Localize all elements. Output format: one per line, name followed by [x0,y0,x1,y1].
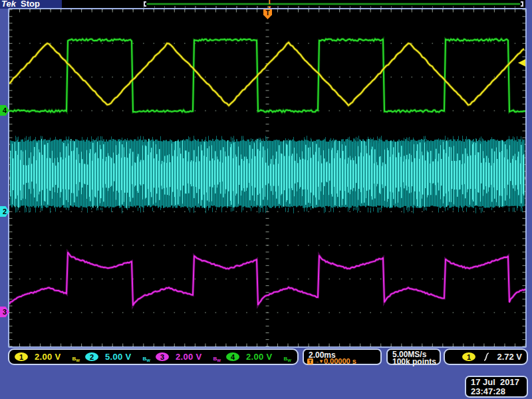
ch3-scale: 2.00 V [176,352,201,362]
trigger-time-icon: T [307,358,313,364]
ch4-scale: 2.00 V [246,352,272,362]
ch2-bandwidth-icon: BW [143,352,150,362]
trigger-source-badge: 1 [462,352,475,361]
ch3-bandwidth-icon: BW [213,352,221,362]
waveform-display [8,8,527,348]
oscilloscope-screen: Tek Stop T▼ 4 2 3 T 1 2.00 V BW 2 5.00 V… [0,0,532,399]
time-label: 23:47:28 [471,386,505,396]
trigger-readout[interactable]: 1 2.72 V [444,348,528,365]
trigger-time-arrows-icon: →▼ [314,358,323,364]
ch2-badge: 2 [85,352,98,361]
ch4-badge: 4 [226,352,239,361]
timebase-readout[interactable]: 2.00ms T →▼ 0.00000 s [303,348,382,365]
ch3-badge: 3 [156,352,169,361]
record-length: 100k points [392,357,436,366]
channel-readout-bar[interactable]: 1 2.00 V BW 2 5.00 V BW 3 2.00 V BW 4 2.… [8,348,299,365]
acquisition-waveform-line [147,3,520,5]
ch1-badge: 1 [15,352,28,361]
trigger-time-readout: T →▼ 0.00000 s [307,357,356,365]
trigger-time-value: 0.00000 s [324,357,356,365]
datetime-readout: 17 Jul 201723:47:28 [465,376,528,398]
date-label: 17 Jul 2017 [471,377,519,387]
ch1-scale: 2.00 V [35,352,61,362]
rising-slope-icon [482,352,491,362]
acquisition-readout[interactable]: 5.00MS/s 100k points [386,348,441,365]
ch2-readout[interactable]: 2 5.00 V BW [85,352,152,362]
ch2-scale: 5.00 V [105,352,131,362]
trigger-level-value: 2.72 V [497,352,522,362]
ch4-readout[interactable]: 4 2.00 V BW [226,352,293,362]
ch3-readout[interactable]: 3 2.00 V BW [156,352,223,362]
graticule-and-waveforms [9,9,525,346]
ch1-bandwidth-icon: BW [72,352,80,362]
ch1-readout[interactable]: 1 2.00 V BW [15,352,82,362]
ch4-bandwidth-icon: BW [284,352,291,362]
